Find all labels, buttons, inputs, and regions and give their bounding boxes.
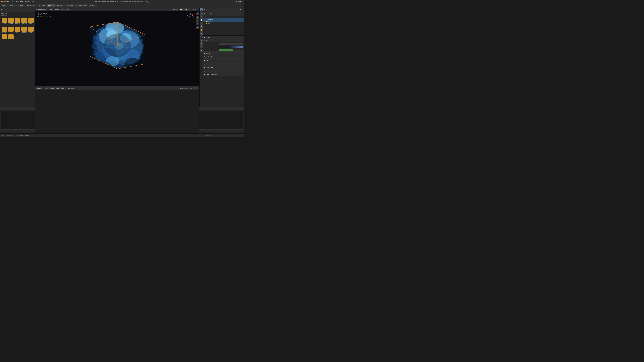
custom-properties-section: ▶ Custom Properties [203, 73, 244, 76]
render-icon[interactable]: ● [188, 8, 190, 11]
material-label: Material 001 [185, 87, 192, 89]
file-item-unity[interactable]: Unity [1, 34, 8, 41]
object-mode-btn[interactable]: Object Mode ▾ [36, 8, 46, 10]
strength-value[interactable]: 1.000 [219, 49, 243, 51]
preview-section: ▶ Preview [203, 35, 244, 39]
surface-header[interactable]: ▼ Surface [203, 39, 244, 42]
render-icon-btn[interactable]: 📷 [200, 12, 203, 15]
tab-uv[interactable]: UV Editing [26, 4, 35, 7]
3d-viewport[interactable]: Object Mode ▾ | View Select Add Object G… [35, 8, 200, 86]
status-bar: Slt 0 Run Store Object Context Menu Mate… [0, 133, 244, 137]
node-editor: Object ▾ | View Select Add Node ✓ Use No… [35, 86, 200, 133]
tab-layout[interactable]: Layout [1, 4, 8, 7]
viewport-header: Object Mode ▾ | View Select Add Object G… [35, 8, 200, 11]
preview-header[interactable]: ▶ Preview [203, 35, 244, 39]
view-btn[interactable]: View [49, 8, 54, 10]
scene-btn[interactable]: 🌐 [200, 22, 203, 25]
folder-icon [2, 34, 7, 39]
menu-edit[interactable]: Edit [14, 1, 17, 2]
node-editor-header: Object ▾ | View Select Add Node ✓ Use No… [35, 86, 200, 90]
outliner-item-light[interactable]: 💡 Light [203, 22, 244, 25]
material-preview-icon[interactable]: ◑ [185, 8, 187, 11]
sun-pos-header[interactable]: ▶ Sun Position [203, 66, 244, 69]
editor-view-btn[interactable]: View [45, 87, 49, 89]
file-item-tester[interactable]: tester [28, 26, 34, 33]
file-item-documents[interactable]: Documents [14, 17, 21, 26]
transform-tool[interactable]: ⊞ [196, 26, 199, 29]
file-item-pictures[interactable]: Pictures [1, 26, 8, 33]
folder-icon [2, 18, 7, 23]
menu-file[interactable]: File [11, 1, 13, 2]
strength-label: Strength [204, 49, 218, 51]
output-icon-btn[interactable]: 🖼 [200, 15, 203, 18]
folder-icon [8, 27, 14, 31]
outliner-item-camera[interactable]: 📷 Camera [203, 18, 244, 20]
color-swatch[interactable] [219, 46, 229, 48]
zoom-in-icon[interactable]: + [193, 87, 196, 89]
tab-geometry[interactable]: Geometry Nodes [75, 4, 88, 7]
tab-scripting[interactable]: Scripting [88, 4, 97, 7]
vp-disp-header[interactable]: ▶ Viewport Display [203, 69, 244, 72]
scale-tool[interactable]: ⤡ [196, 22, 199, 25]
modifier-btn[interactable]: 🔧 [200, 32, 203, 35]
tab-animation[interactable]: Animation [55, 4, 64, 7]
menu-help[interactable]: Help [32, 1, 35, 2]
tab-compositing[interactable]: Compositing [64, 4, 75, 7]
ray-vis-header[interactable]: ▶ Ray Visibility [203, 59, 244, 62]
file-item-desktop[interactable]: Desktop [8, 17, 14, 26]
folder-icon [15, 18, 20, 23]
custom-props-header[interactable]: ▶ Custom Properties [203, 73, 244, 76]
tab-texture[interactable]: Texture Paint [36, 4, 46, 7]
file-label: Desktop [9, 23, 13, 24]
physics-btn[interactable]: ⚡ [200, 38, 203, 41]
file-item-downloads[interactable]: Downloads [21, 17, 27, 26]
tab-shading[interactable]: Shading [46, 4, 54, 7]
wireframe-icon[interactable]: ⬜ [180, 8, 182, 11]
editor-node-btn[interactable]: Node [60, 87, 64, 89]
menu-window[interactable]: Window [25, 1, 30, 2]
cube-icon: ⬜ [206, 21, 208, 22]
scene-icon-btn[interactable]: 🎬 [200, 8, 203, 11]
tab-sculpting[interactable]: Sculpting [17, 4, 26, 7]
world-btn[interactable]: 🌍 [200, 25, 203, 28]
object-props-btn[interactable]: 🔶 [200, 28, 203, 31]
volume-header[interactable]: ▶ Volume [203, 52, 244, 55]
data-btn[interactable]: ▽ [200, 45, 203, 48]
add-btn[interactable]: Add [60, 8, 64, 10]
constraints-btn[interactable]: 🔗 [200, 42, 203, 45]
tab-modeling[interactable]: Modeling [8, 4, 16, 7]
editor-object-btn[interactable]: Object ▾ [36, 87, 42, 89]
move-tool[interactable]: ✛ [196, 16, 199, 19]
ao-header[interactable]: ▶ Ambient Occlusion [203, 55, 244, 58]
file-item-templates[interactable]: Templates [21, 26, 27, 33]
file-label: Downloads [21, 23, 27, 25]
view-layer-btn[interactable]: 📑 [200, 18, 203, 21]
gizmo-svg: X Y Z [186, 13, 194, 21]
file-item-videos[interactable]: Videos [8, 34, 14, 41]
file-item-music[interactable]: Music [28, 17, 34, 26]
cube-visualization [86, 14, 149, 76]
editor-add-btn[interactable]: Add [56, 87, 59, 89]
outliner-item-scene-collection[interactable]: ▼ Scene Collection [203, 16, 244, 18]
app-icon: 🔶 [1, 1, 3, 2]
material-btn[interactable]: ⬤ [200, 49, 203, 52]
file-item-snap2[interactable]: snap [14, 26, 21, 33]
nav-gizmo[interactable]: ⊕ [196, 12, 200, 15]
select-btn[interactable]: Select [54, 8, 59, 10]
zoom-out-icon[interactable]: - [196, 87, 198, 89]
object-btn[interactable]: Object [64, 8, 70, 10]
surface-value[interactable]: Background [219, 43, 243, 45]
file-item-snap[interactable]: snap [8, 26, 14, 33]
particle-btn[interactable]: ✦ [200, 35, 203, 38]
outliner-item-cube[interactable]: ⬜ Cube [203, 20, 244, 22]
world-label: World [239, 9, 243, 11]
rotate-tool[interactable]: ↺ [196, 19, 199, 22]
editor-select-btn[interactable]: Select [50, 87, 55, 89]
folder-icon [15, 27, 20, 31]
color-bar[interactable] [230, 46, 243, 48]
file-item-home[interactable]: Home [1, 17, 8, 26]
menu-render[interactable]: Render [18, 1, 24, 2]
folder-icon [8, 34, 14, 39]
solid-icon[interactable]: ⬛ [182, 8, 185, 11]
settings-header[interactable]: ▶ Settings [203, 62, 244, 65]
